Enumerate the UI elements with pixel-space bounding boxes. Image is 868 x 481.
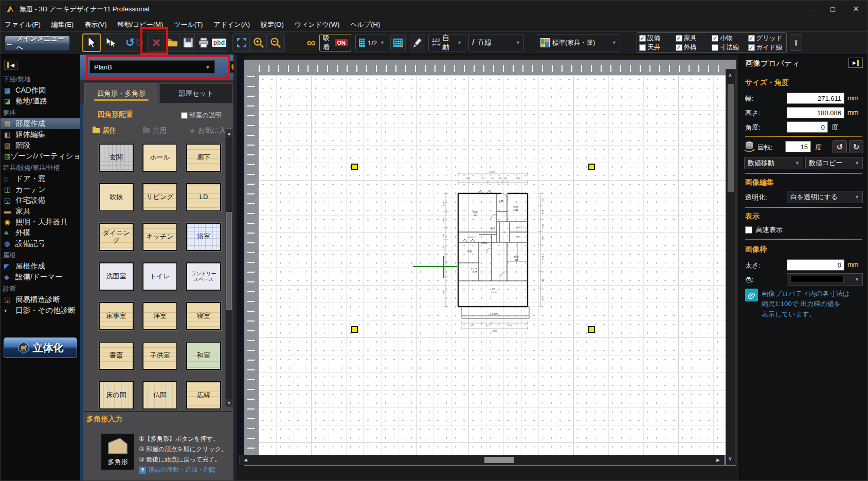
room-button-寝室[interactable]: 寝室 (186, 302, 221, 330)
horizontal-scrollbar[interactable]: ◄ ► (239, 455, 725, 465)
width-field[interactable]: 271.611 (787, 93, 844, 104)
room-button-広縁[interactable]: 広縁 (186, 381, 221, 409)
room-button-床の間[interactable]: 床の間 (99, 381, 134, 409)
sidebar-item-階段[interactable]: ▨階段 (1, 140, 80, 151)
sidebar-item-設備記号[interactable]: ◍設備記号 (1, 238, 80, 249)
thickness-field[interactable]: 0 (787, 259, 844, 271)
sidebar-item-ドア・窓[interactable]: ▯ドア・窓 (1, 173, 80, 184)
height-field[interactable]: 180.086 (787, 107, 844, 118)
room-button-吹抜[interactable]: 吹抜 (99, 183, 134, 211)
menu-item-1[interactable]: 編集(E) (51, 20, 74, 29)
transparency-dropdown[interactable]: 白を透明にする▼ (787, 191, 863, 203)
room-button-浴室[interactable]: 浴室 (186, 223, 221, 251)
category-tab-living[interactable]: 居住 (93, 126, 116, 135)
scroll-right-icon[interactable]: ► (715, 457, 721, 463)
polygon-button[interactable]: 多角形 (101, 433, 135, 470)
angle-field[interactable]: 0 (787, 121, 828, 133)
room-button-LD[interactable]: LD (186, 183, 221, 211)
room-button-家事室[interactable]: 家事室 (99, 302, 134, 330)
sidebar-item-敷地/道路[interactable]: ◪敷地/道路 (1, 96, 80, 106)
polygon-help-link[interactable]: 頂点の移動・追加・削除 (148, 466, 216, 474)
sidebar-item-簡易構造診断[interactable]: ◲簡易構造診断 (1, 294, 80, 305)
render-3d-button[interactable]: 立体化 (4, 337, 77, 358)
pbd-export-button[interactable]: pbd (210, 33, 228, 52)
room-button-玄関[interactable]: 玄関 (99, 144, 134, 172)
zoom-in-button[interactable] (249, 33, 268, 52)
grid-scale-dropdown[interactable]: 1/2▼ (355, 34, 388, 51)
scroll-down-icon[interactable]: ▼ (226, 399, 232, 406)
polygon-help-row[interactable]: ?頂点の移動・追加・削除 (139, 466, 234, 474)
measure-tool-button[interactable] (410, 34, 425, 51)
room-button-書斎[interactable]: 書斎 (99, 342, 134, 370)
menu-item-5[interactable]: アドイン(A) (213, 20, 250, 29)
tab-room-set[interactable]: 部屋セット (159, 83, 233, 103)
menu-item-6[interactable]: 設定(O) (261, 20, 284, 29)
room-button-ダイニング[interactable]: ダイニング (99, 223, 134, 251)
select-tool-button[interactable] (82, 33, 101, 52)
layer-toggle-ガイド線[interactable]: ✓ガイド線 (748, 43, 785, 52)
sidebar-item-外構[interactable]: ♣外構 (1, 227, 80, 238)
multi-select-tool-button[interactable] (102, 33, 120, 52)
rotate-ccw-button[interactable]: ↺ (833, 140, 847, 153)
continuous-input-button[interactable]: ∞ (303, 33, 319, 52)
sidebar-item-躯体編集[interactable]: ◧躯体編集 (1, 129, 80, 140)
room-button-ホール[interactable]: ホール (142, 144, 177, 172)
sidebar-item-設備/ドーマー[interactable]: ◆設備/ドーマー (1, 272, 80, 282)
layer-toggle-グリッド[interactable]: ✓グリッド (748, 33, 785, 43)
layer-toggle-家具[interactable]: ✓家具 (676, 33, 712, 43)
maximize-button[interactable]: □ (821, 1, 844, 17)
snap-toggle-button[interactable]: 吸着ON (319, 34, 351, 51)
selection-handle[interactable] (351, 326, 358, 333)
numeric-copy-dropdown[interactable]: 数値コピー▼ (805, 157, 863, 169)
rotate-field[interactable]: 15 (785, 141, 811, 152)
room-button-廊下[interactable]: 廊下 (186, 144, 221, 172)
selection-handle[interactable] (588, 164, 595, 170)
menu-item-7[interactable]: ウィンドウ(W) (295, 20, 339, 29)
layer-toggle-設備[interactable]: ✓設備 (639, 33, 676, 43)
zoom-out-button[interactable] (266, 33, 285, 52)
room-button-ランドリースペース[interactable]: ランドリースペース (186, 262, 221, 291)
room-grid-scrollbar[interactable]: ▲ ▼ (225, 129, 233, 407)
room-button-洗面室[interactable]: 洗面室 (99, 262, 134, 291)
main-menu-button[interactable]: ←メインメニューへ (5, 35, 70, 51)
line-type-dropdown[interactable]: /直線▼ (468, 34, 524, 51)
display-style-dropdown[interactable]: 標準(家具・塗)▼ (537, 34, 620, 51)
scrollbar-thumb[interactable] (484, 457, 514, 463)
scroll-down-icon[interactable]: ∨ (728, 456, 732, 461)
sidebar-item-住宅設備[interactable]: ◱住宅設備 (1, 195, 80, 206)
room-button-トイレ[interactable]: トイレ (142, 262, 177, 291)
selection-handle[interactable] (351, 164, 358, 170)
menu-item-4[interactable]: ツール(T) (174, 20, 203, 29)
drawing-canvas[interactable]: 洋室6畳玄関洋室4.2畳廊下トイレクロゼットクロゼット押入洗面室浴室和室6畳キッ… (237, 55, 739, 481)
sidebar-collapse-button[interactable]: ◀ (4, 60, 17, 70)
layer-toggle-寸法線[interactable]: 寸法線 (712, 43, 748, 52)
room-button-子供室[interactable]: 子供室 (142, 342, 177, 370)
scroll-left-icon[interactable]: ◄ (243, 457, 248, 463)
room-button-和室[interactable]: 和室 (186, 342, 221, 370)
minimize-button[interactable]: — (798, 1, 821, 17)
close-button[interactable]: × (844, 1, 867, 17)
panel-expand-button[interactable]: ▶ (848, 58, 863, 68)
dimension-auto-dropdown[interactable]: 123⊢⊣自動▼ (428, 34, 465, 51)
sidebar-item-ゾーン/パーティション[interactable]: ▥ゾーン/パーティション (1, 151, 80, 162)
sidebar-item-部屋作成[interactable]: ▤部屋作成 (1, 118, 80, 129)
tab-rect-polygon[interactable]: 四角形・多角形 (84, 83, 158, 103)
sidebar-item-屋根作成[interactable]: ◤屋根作成 (1, 261, 80, 272)
sidebar-item-カーテン[interactable]: ◫カーテン (1, 184, 80, 195)
scrollbar-thumb[interactable] (226, 212, 232, 310)
sidebar-item-CAD作図[interactable]: ▦CAD作図 (1, 85, 80, 96)
menu-item-2[interactable]: 表示(V) (84, 20, 106, 29)
menu-item-0[interactable]: ファイル(F) (5, 20, 41, 29)
room-button-洋室[interactable]: 洋室 (142, 302, 177, 330)
menu-item-8[interactable]: ヘルプ(H) (350, 20, 380, 29)
room-button-仏間[interactable]: 仏間 (142, 381, 177, 409)
fit-view-button[interactable] (232, 33, 251, 52)
vertical-scrollbar[interactable]: ∧ ∨ (726, 69, 736, 465)
grid-setting-button[interactable] (390, 34, 406, 51)
sidebar-item-日影・その他診断[interactable]: ◐日影・その他診断 (1, 305, 80, 316)
numeric-move-dropdown[interactable]: 数値移動▼ (744, 157, 803, 169)
frame-color-dropdown[interactable]: ▼ (787, 273, 863, 286)
floor-plan-image[interactable]: 洋室6畳玄関洋室4.2畳廊下トイレクロゼットクロゼット押入洗面室浴室和室6畳キッ… (426, 163, 545, 332)
toolbar-expand-button[interactable]: ∨∨ (790, 34, 802, 51)
sidebar-item-家具[interactable]: ▬家具 (1, 206, 80, 217)
